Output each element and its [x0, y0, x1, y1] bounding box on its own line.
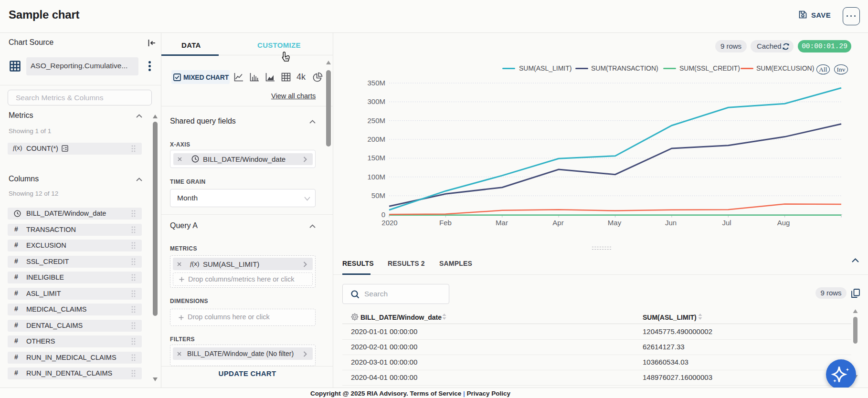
svg-text:Feb: Feb	[439, 219, 452, 227]
svg-text:200M: 200M	[367, 135, 385, 143]
svg-text:150M: 150M	[367, 154, 385, 162]
svg-text:2020: 2020	[381, 219, 397, 227]
svg-text:250M: 250M	[367, 116, 385, 125]
svg-text:300M: 300M	[367, 97, 385, 105]
svg-text:Apr: Apr	[552, 219, 563, 227]
svg-text:50M: 50M	[371, 191, 385, 199]
svg-text:Jul: Jul	[722, 219, 731, 227]
svg-text:Aug: Aug	[777, 219, 790, 227]
svg-text:May: May	[608, 219, 622, 227]
svg-text:0: 0	[381, 210, 385, 219]
svg-text:Jun: Jun	[665, 219, 677, 227]
svg-text:100M: 100M	[367, 173, 385, 181]
svg-text:350M: 350M	[367, 79, 385, 87]
svg-text:Mar: Mar	[496, 219, 508, 227]
